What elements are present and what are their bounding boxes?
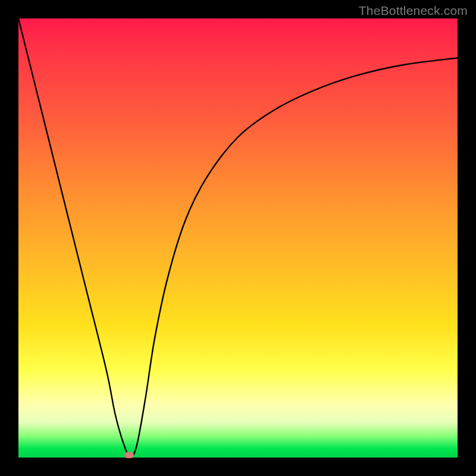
minimum-marker: [124, 452, 134, 458]
attribution-label: TheBottleneck.com: [359, 4, 468, 18]
chart-frame: TheBottleneck.com: [0, 0, 476, 476]
curve-svg: [18, 18, 458, 458]
bottleneck-curve: [18, 18, 458, 458]
plot-area: [18, 18, 458, 458]
